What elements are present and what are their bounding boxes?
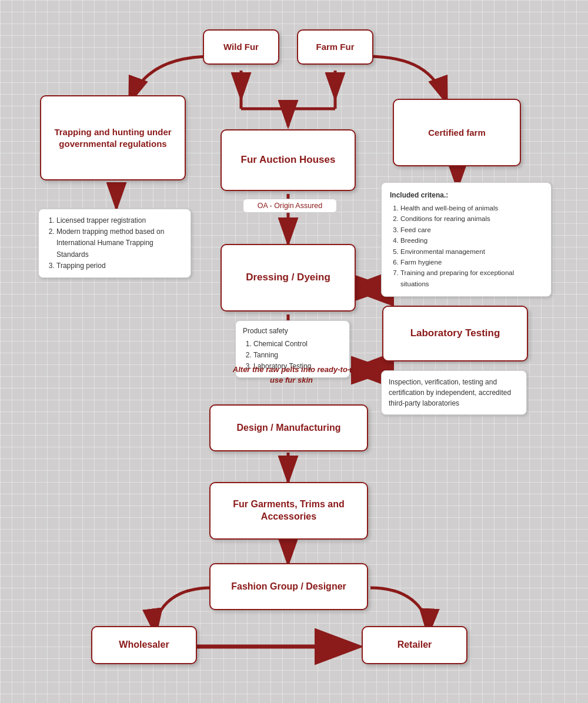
certified-farm-label: Certified farm: [422, 122, 492, 143]
fashion-group-label: Fashion Group / Designer: [225, 576, 352, 598]
dressing-note-item-2: Tanning: [253, 350, 342, 361]
dressing-label: Dressing / Dyeing: [240, 266, 336, 289]
design-label: Design / Manufacturing: [231, 417, 347, 439]
fur-auction-box: Fur Auction Houses: [220, 129, 356, 191]
certified-criteria-note: Included critena.: Health and well-being…: [381, 182, 552, 297]
fur-garments-box: Fur Garments, Trims and Accessories: [209, 482, 368, 540]
farm-fur-box: Farm Fur: [297, 29, 373, 65]
wholesaler-box: Wholesaler: [91, 626, 197, 664]
dressing-box: Dressing / Dyeing: [220, 244, 356, 312]
dressing-note-header: Product safety: [243, 326, 342, 336]
criteria-item-5: Environmental management: [400, 246, 543, 257]
criteria-item-2: Conditions for rearing animals: [400, 213, 543, 224]
alter-text: Alter the raw pelts into ready-to-use fu…: [228, 364, 355, 386]
dressing-note-item-1: Chemical Control: [253, 339, 342, 350]
oa-label: OA - Origin Assured: [243, 199, 337, 213]
lab-description-note: Inspection, verification, testing and ce…: [381, 370, 527, 415]
trapping-note: Licensed trapper registration Modern tra…: [38, 209, 191, 278]
trapping-box: Trapping and hunting under governmental …: [40, 95, 186, 180]
criteria-item-3: Feed care: [400, 225, 543, 235]
fashion-group-box: Fashion Group / Designer: [209, 563, 368, 610]
criteria-header: Included critena.:: [390, 190, 543, 200]
criteria-item-7: Training and preparing for exceptional s…: [400, 267, 543, 289]
retailer-box: Retailer: [362, 626, 467, 664]
lab-testing-label: Laboratory Testing: [405, 322, 506, 344]
wild-fur-label: Wild Fur: [218, 36, 265, 58]
trapping-note-item-2: Modern trapping method based on Internat…: [56, 226, 183, 260]
trapping-label: Trapping and hunting under governmental …: [41, 122, 185, 154]
lab-description-text: Inspection, verification, testing and ce…: [389, 378, 511, 407]
oa-text: OA - Origin Assured: [258, 202, 322, 210]
fur-auction-label: Fur Auction Houses: [235, 149, 342, 171]
trapping-note-item-3: Trapping period: [56, 260, 183, 272]
retailer-label: Retailer: [392, 634, 438, 656]
criteria-item-6: Farm hygiene: [400, 257, 543, 267]
lab-testing-box: Laboratory Testing: [382, 306, 528, 361]
certified-farm-box: Certified farm: [393, 99, 521, 166]
fur-garments-label: Fur Garments, Trims and Accessories: [211, 494, 367, 528]
design-box: Design / Manufacturing: [209, 404, 368, 451]
trapping-note-item-1: Licensed trapper registration: [56, 215, 183, 226]
wild-fur-box: Wild Fur: [203, 29, 279, 65]
farm-fur-label: Farm Fur: [310, 36, 360, 58]
diagram: Wild Fur Farm Fur Trapping and hunting u…: [0, 0, 588, 703]
wholesaler-label: Wholesaler: [113, 634, 175, 656]
criteria-item-1: Health and well-being of animals: [400, 203, 543, 213]
criteria-item-4: Breeding: [400, 235, 543, 246]
